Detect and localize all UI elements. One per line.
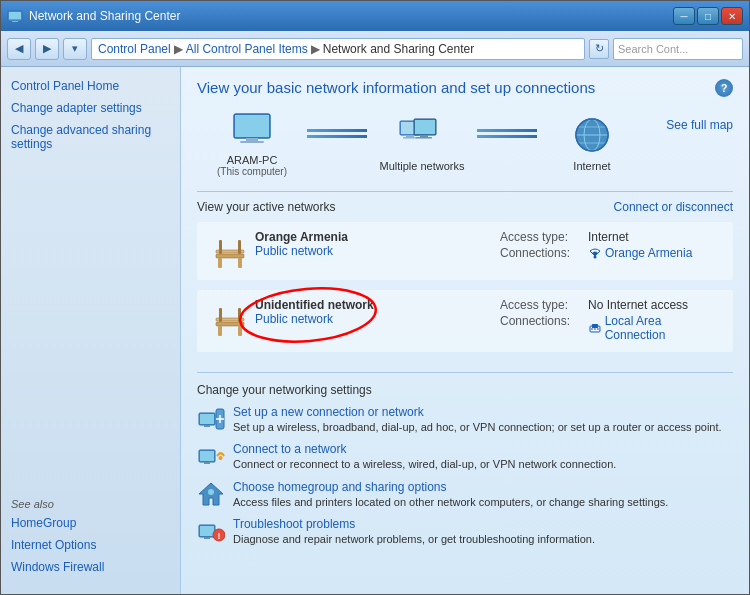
svg-point-49: [219, 456, 223, 460]
access-type-label: Access type:: [500, 230, 580, 244]
orange-armenia-name: Orange Armenia: [255, 230, 480, 244]
svg-rect-21: [216, 254, 244, 258]
setting-troubleshoot: ! Troubleshoot problems Diagnose and rep…: [197, 517, 733, 546]
troubleshoot-desc: Diagnose and repair network problems, or…: [233, 533, 595, 545]
address-bar: ◀ ▶ ▾ Control Panel ▶ All Control Panel …: [1, 31, 749, 67]
main-window: Network and Sharing Center ─ □ ✕ ◀ ▶ ▾ C…: [0, 0, 750, 595]
svg-rect-13: [420, 135, 428, 137]
new-connection-desc: Set up a wireless, broadband, dial-up, a…: [233, 421, 722, 433]
refresh-button[interactable]: ↻: [589, 39, 609, 59]
svg-rect-48: [204, 462, 210, 464]
search-placeholder: Search Cont...: [618, 43, 688, 55]
orange-connections-row: Connections: Orange Armenia: [500, 246, 725, 260]
pc-sublabel: (This computer): [217, 166, 287, 177]
svg-rect-9: [406, 135, 414, 137]
orange-access-type-row: Access type: Internet: [500, 230, 725, 244]
svg-rect-1: [9, 12, 21, 19]
svg-rect-28: [216, 322, 244, 326]
search-box[interactable]: Search Cont...: [613, 38, 743, 60]
multiple-networks-icon: [398, 116, 446, 156]
sidebar: Control Panel Home Change adapter settin…: [1, 67, 181, 594]
svg-rect-53: [200, 526, 214, 536]
svg-rect-5: [246, 138, 258, 141]
network-diagram: ARAM-PC (This computer): [197, 110, 733, 177]
see-also-title: See also: [11, 498, 170, 510]
unidentified-card: Unidentified network Public network Acce…: [197, 290, 733, 352]
new-connection-link[interactable]: Set up a new connection or network: [233, 405, 733, 419]
unidentified-connections-label: Connections:: [500, 314, 580, 342]
svg-rect-35: [592, 324, 598, 328]
breadcrumb-current: Network and Sharing Center: [323, 42, 474, 56]
internet-node: Internet: [537, 116, 647, 172]
unidentified-name: Unidentified network: [255, 298, 480, 312]
svg-rect-41: [200, 414, 214, 424]
setting-homegroup: Choose homegroup and sharing options Acc…: [197, 480, 733, 509]
maximize-button[interactable]: □: [697, 7, 719, 25]
active-networks-header: View your active networks Connect or dis…: [197, 191, 733, 214]
sidebar-change-advanced[interactable]: Change advanced sharing settings: [11, 123, 170, 151]
svg-rect-4: [235, 115, 269, 137]
orange-armenia-type[interactable]: Public network: [255, 244, 480, 258]
homegroup-link[interactable]: Choose homegroup and sharing options: [233, 480, 733, 494]
active-networks-title: View your active networks: [197, 200, 336, 214]
svg-rect-33: [238, 308, 241, 322]
internet-label: Internet: [573, 160, 610, 172]
sidebar-internet-options[interactable]: Internet Options: [11, 538, 170, 552]
svg-rect-12: [415, 120, 435, 134]
svg-rect-6: [240, 141, 264, 143]
help-icon[interactable]: ?: [715, 79, 733, 97]
close-button[interactable]: ✕: [721, 7, 743, 25]
title-bar: Network and Sharing Center ─ □ ✕: [1, 1, 749, 31]
see-full-map-link[interactable]: See full map: [666, 118, 733, 132]
sidebar-homegroup[interactable]: HomeGroup: [11, 516, 170, 530]
svg-point-27: [594, 256, 597, 259]
svg-rect-14: [416, 137, 432, 139]
setting-new-connection: Set up a new connection or network Set u…: [197, 405, 733, 434]
ethernet-icon: [588, 322, 602, 334]
svg-point-51: [208, 489, 214, 495]
troubleshoot-text: Troubleshoot problems Diagnose and repai…: [233, 517, 733, 546]
homegroup-text: Choose homegroup and sharing options Acc…: [233, 480, 733, 509]
back-button[interactable]: ◀: [7, 38, 31, 60]
orange-armenia-card: Orange Armenia Public network Access typ…: [197, 222, 733, 280]
new-connection-text: Set up a new connection or network Set u…: [233, 405, 733, 434]
window-title: Network and Sharing Center: [29, 9, 180, 23]
connect-disconnect-link[interactable]: Connect or disconnect: [614, 200, 733, 214]
svg-rect-24: [238, 258, 242, 268]
orange-armenia-info: Orange Armenia Public network: [255, 230, 480, 272]
svg-rect-47: [200, 451, 214, 461]
local-area-connection-link[interactable]: Local Area Connection: [605, 314, 725, 342]
svg-rect-54: [204, 537, 210, 539]
dropdown-button[interactable]: ▾: [63, 38, 87, 60]
svg-rect-31: [238, 326, 242, 336]
pc-node: ARAM-PC (This computer): [197, 110, 307, 177]
sidebar-see-also: See also HomeGroup Internet Options Wind…: [11, 498, 170, 582]
line-pc-to-network: [307, 129, 367, 138]
orange-connection-link[interactable]: Orange Armenia: [605, 246, 692, 260]
orange-access-value: Internet: [588, 230, 629, 244]
breadcrumb-all-items[interactable]: All Control Panel Items: [186, 42, 308, 56]
troubleshoot-icon: !: [197, 517, 225, 545]
orange-armenia-details: Access type: Internet Connections: Orang…: [480, 230, 725, 272]
unidentified-type[interactable]: Public network: [255, 312, 480, 326]
unidentified-info: Unidentified network Public network: [255, 298, 480, 344]
window-icon: [7, 8, 23, 24]
svg-rect-25: [219, 240, 222, 254]
unidentified-access-value: No Internet access: [588, 298, 688, 312]
minimize-button[interactable]: ─: [673, 7, 695, 25]
svg-rect-42: [204, 425, 210, 427]
sidebar-windows-firewall[interactable]: Windows Firewall: [11, 560, 170, 574]
svg-rect-23: [218, 258, 222, 268]
wifi-icon: [588, 247, 602, 259]
forward-button[interactable]: ▶: [35, 38, 59, 60]
sidebar-control-panel-home[interactable]: Control Panel Home: [11, 79, 170, 93]
svg-rect-2: [12, 21, 18, 22]
line-network-to-internet: [477, 129, 537, 138]
multiple-networks-node: Multiple networks: [367, 116, 477, 172]
breadcrumb-control-panel[interactable]: Control Panel: [98, 42, 171, 56]
content-area: View your basic network information and …: [181, 67, 749, 594]
sidebar-change-adapter[interactable]: Change adapter settings: [11, 101, 170, 115]
troubleshoot-link[interactable]: Troubleshoot problems: [233, 517, 733, 531]
connect-to-network-link[interactable]: Connect to a network: [233, 442, 733, 456]
unidentified-access-type-row: Access type: No Internet access: [500, 298, 725, 312]
